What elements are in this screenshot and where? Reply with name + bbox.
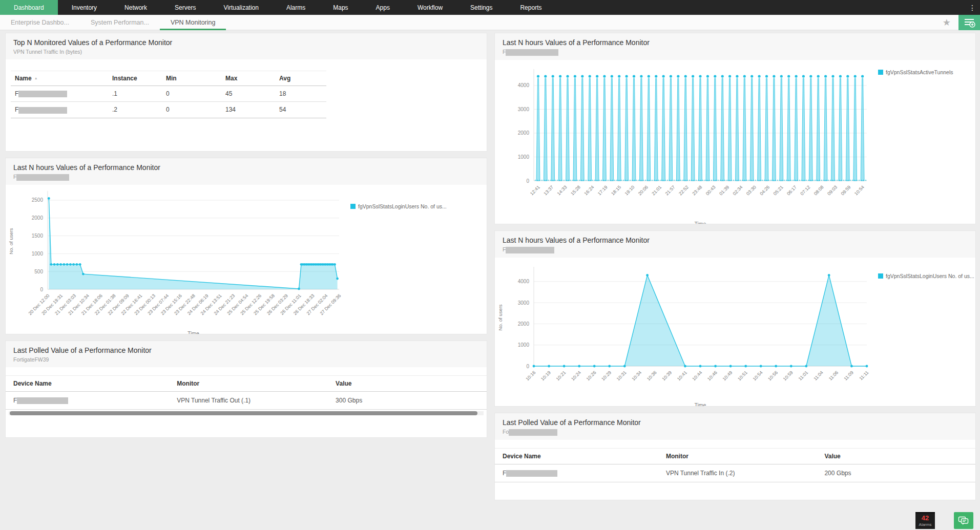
- cell-value: 45: [221, 86, 275, 102]
- cell-value: 0: [162, 102, 221, 118]
- nav-item-settings[interactable]: Settings: [456, 0, 506, 15]
- table-row[interactable]: F.2013454: [11, 102, 326, 118]
- nav-item-inventory[interactable]: Inventory: [58, 0, 111, 15]
- column-header-value[interactable]: Value: [328, 376, 487, 392]
- alarm-count: 42: [915, 514, 935, 522]
- svg-text:01:39: 01:39: [718, 184, 730, 196]
- svg-text:500: 500: [34, 268, 43, 274]
- nav-item-workflow[interactable]: Workflow: [404, 0, 456, 15]
- svg-text:10:41: 10:41: [676, 370, 688, 381]
- tab-system-performan[interactable]: System Performan...: [80, 15, 160, 30]
- alarms-badge[interactable]: 42 Alarms: [915, 512, 935, 529]
- svg-text:0: 0: [526, 363, 529, 369]
- svg-text:1000: 1000: [518, 154, 530, 160]
- panel-lastn-loginusers-week: Last N hours Values of a Performance Mon…: [5, 158, 487, 334]
- alarm-label: Alarms: [915, 522, 935, 527]
- dashboard-tabbar: Enterprise Dashbo...System Performan...V…: [0, 15, 980, 30]
- chart-canvas-login-users-hour[interactable]: 01000200030004000No. of users10:1610:191…: [495, 258, 874, 407]
- svg-text:11:06: 11:06: [828, 370, 840, 381]
- svg-text:11:11: 11:11: [858, 370, 869, 381]
- redacted-text: [18, 91, 67, 97]
- add-dashboard-button[interactable]: [958, 15, 980, 30]
- nav-menu: DashboardInventoryNetworkServersVirtuali…: [0, 0, 555, 15]
- favorite-star-icon[interactable]: ★: [943, 15, 951, 30]
- column-header-value[interactable]: Value: [817, 448, 975, 464]
- tabbar-actions: ★: [943, 15, 980, 30]
- tab-enterprise-dashbo[interactable]: Enterprise Dashbo...: [0, 15, 80, 30]
- svg-text:04:26: 04:26: [759, 184, 770, 196]
- svg-text:2000: 2000: [518, 321, 530, 327]
- panel-lastpolled-left: Last Polled Value of a Performance Monit…: [5, 341, 487, 438]
- cell-value: .1: [108, 86, 162, 102]
- nav-item-dashboard[interactable]: Dashboard: [0, 0, 58, 15]
- nav-item-apps[interactable]: Apps: [362, 0, 404, 15]
- list-plus-icon: [963, 17, 975, 28]
- redacted-text: [506, 470, 557, 477]
- nav-item-network[interactable]: Network: [111, 0, 161, 15]
- chat-button[interactable]: [954, 512, 973, 529]
- svg-text:1500: 1500: [32, 233, 44, 239]
- svg-text:10:44: 10:44: [691, 370, 703, 381]
- svg-text:23:48: 23:48: [691, 184, 703, 196]
- svg-text:2000: 2000: [518, 130, 530, 136]
- svg-text:10:59: 10:59: [782, 370, 794, 381]
- table-row[interactable]: FVPN Tunnel Traffic In (.2)200 Gbps: [495, 464, 975, 482]
- svg-text:16:24: 16:24: [583, 184, 595, 196]
- cell-device-name: F: [495, 464, 658, 482]
- panel-subtitle: F: [503, 49, 968, 56]
- nav-item-virtualization[interactable]: Virtualization: [210, 0, 272, 15]
- svg-text:14:33: 14:33: [556, 184, 568, 196]
- legend-label: fgVpnSslStatsLoginUsers No. of us...: [886, 273, 974, 279]
- column-header-avg[interactable]: Avg: [275, 71, 326, 86]
- redacted-text: [17, 397, 68, 404]
- nav-overflow-kebab-icon[interactable]: ⋮: [969, 0, 976, 15]
- cell-name: F: [11, 86, 108, 102]
- cell-name: F: [11, 102, 108, 118]
- chart-area-loginusers-week[interactable]: 05001000150020002500No. of users20 Dec 1…: [6, 185, 346, 334]
- column-header-monitor[interactable]: Monitor: [658, 448, 817, 464]
- column-header-name[interactable]: Name▲: [11, 71, 108, 86]
- chart-canvas-login-users-week[interactable]: 05001000150020002500No. of users20 Dec 1…: [6, 185, 346, 334]
- svg-text:10:31: 10:31: [616, 370, 628, 381]
- column-header-min[interactable]: Min: [162, 71, 221, 86]
- redacted-text: [18, 107, 67, 114]
- table-row[interactable]: FVPN Tunnel Traffic Out (.1)300 Gbps: [6, 392, 487, 410]
- chart-area-loginusers-hour[interactable]: 01000200030004000No. of users10:1610:191…: [495, 258, 874, 407]
- svg-text:10:29: 10:29: [600, 370, 612, 381]
- nav-item-alarms[interactable]: Alarms: [273, 0, 319, 15]
- svg-text:11:01: 11:01: [798, 370, 809, 381]
- column-header-monitor[interactable]: Monitor: [169, 376, 328, 392]
- tab-vpn-monitoring[interactable]: VPN Monitoring: [160, 15, 226, 30]
- nav-item-maps[interactable]: Maps: [319, 0, 362, 15]
- nav-item-reports[interactable]: Reports: [506, 0, 555, 15]
- chart-canvas-active-tunnels[interactable]: 0100020003000400012:4113:3714:3315:2816:…: [495, 60, 874, 224]
- column-header-device-name[interactable]: Device Name: [6, 376, 169, 392]
- right-column: Last N hours Values of a Performance Mon…: [494, 33, 976, 506]
- svg-text:1000: 1000: [32, 251, 44, 257]
- table-row[interactable]: F.104518: [11, 86, 326, 102]
- cell-device-name: F: [6, 392, 169, 410]
- svg-text:No. of users: No. of users: [8, 228, 14, 254]
- cell-value: 18: [275, 86, 326, 102]
- column-header-device-name[interactable]: Device Name: [495, 448, 658, 464]
- panel-header: Top N Monitored Values of a Performance …: [6, 33, 487, 59]
- svg-text:4000: 4000: [518, 279, 530, 284]
- svg-text:02:34: 02:34: [732, 184, 744, 196]
- panel-topn-monitored: Top N Monitored Values of a Performance …: [5, 33, 487, 152]
- panel-subtitle: Fo: [503, 429, 968, 436]
- svg-text:15:28: 15:28: [570, 184, 581, 196]
- svg-text:10:49: 10:49: [722, 370, 734, 381]
- chart-spikes-activetunnels[interactable]: 0100020003000400012:4113:3714:3315:2816:…: [495, 60, 874, 224]
- redacted-text: [509, 429, 557, 436]
- scrollbar-thumb[interactable]: [10, 411, 477, 415]
- dashboard-tabs: Enterprise Dashbo...System Performan...V…: [0, 15, 226, 30]
- column-header-instance[interactable]: Instance: [108, 71, 162, 86]
- panel-header: Last N hours Values of a Performance Mon…: [6, 158, 487, 185]
- polled-table: Device NameMonitorValue FVPN Tunnel Traf…: [495, 448, 975, 482]
- chat-bubbles-icon: [958, 516, 969, 525]
- top-navbar: DashboardInventoryNetworkServersVirtuali…: [0, 0, 980, 15]
- column-header-max[interactable]: Max: [221, 71, 275, 86]
- nav-item-servers[interactable]: Servers: [161, 0, 210, 15]
- sort-asc-icon[interactable]: ▲: [34, 76, 38, 80]
- svg-text:10:56: 10:56: [767, 370, 779, 381]
